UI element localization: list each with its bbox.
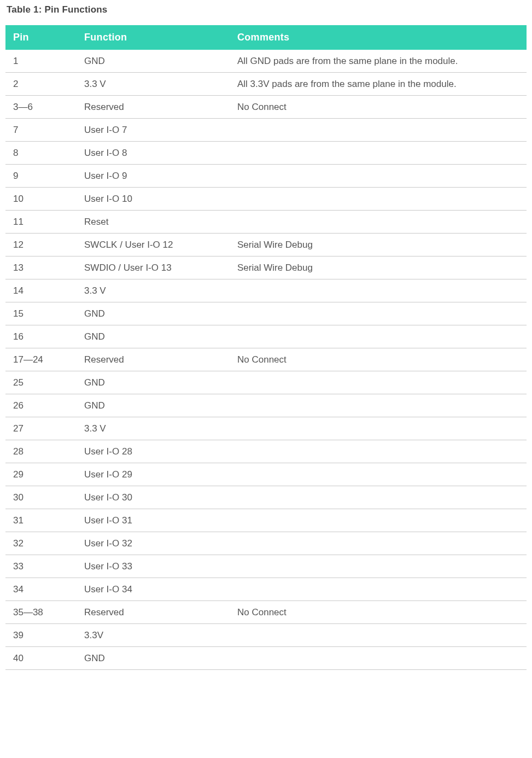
cell-pin: 15 [5,302,77,325]
cell-pin: 17—24 [5,348,77,371]
cell-pin: 12 [5,234,77,256]
cell-pin: 9 [5,165,77,188]
cell-pin: 14 [5,279,77,302]
cell-function: GND [77,394,230,417]
cell-function: User I-O 9 [77,165,230,188]
cell-pin: 32 [5,532,77,555]
table-row: 30User I-O 30 [5,486,527,509]
cell-comments [230,188,527,211]
cell-comments [230,325,527,348]
cell-pin: 7 [5,119,77,142]
cell-function: User I-O 31 [77,509,230,532]
cell-function: 3.3 V [77,417,230,440]
cell-comments [230,302,527,325]
cell-comments [230,119,527,142]
table-row: 15GND [5,302,527,325]
cell-pin: 34 [5,578,77,601]
cell-function: Reserved [77,348,230,371]
cell-function: GND [77,647,230,670]
cell-pin: 31 [5,509,77,532]
table-row: 26GND [5,394,527,417]
cell-comments [230,555,527,578]
cell-function: GND [77,302,230,325]
table-row: 17—24ReservedNo Connect [5,348,527,371]
cell-function: SWCLK / User I-O 12 [77,234,230,256]
table-row: 31User I-O 31 [5,509,527,532]
cell-pin: 10 [5,188,77,211]
cell-comments: All GND pads are from the same plane in … [230,50,527,73]
table-row: 32User I-O 32 [5,532,527,555]
cell-comments: No Connect [230,601,527,624]
table-row: 34User I-O 34 [5,578,527,601]
col-header-pin: Pin [5,25,77,50]
cell-comments [230,417,527,440]
cell-comments [230,371,527,394]
col-header-function: Function [77,25,230,50]
cell-function: User I-O 30 [77,486,230,509]
cell-function: 3.3 V [77,73,230,96]
cell-comments [230,440,527,463]
cell-pin: 33 [5,555,77,578]
table-row: 11Reset [5,211,527,234]
cell-function: User I-O 28 [77,440,230,463]
cell-pin: 40 [5,647,77,670]
cell-pin: 27 [5,417,77,440]
cell-comments: No Connect [230,96,527,119]
cell-pin: 13 [5,256,77,279]
cell-comments: Serial Wire Debug [230,256,527,279]
table-row: 273.3 V [5,417,527,440]
cell-comments [230,532,527,555]
cell-comments [230,211,527,234]
table-row: 25GND [5,371,527,394]
pin-functions-table: Pin Function Comments 1GNDAll GND pads a… [5,25,527,670]
table-row: 8User I-O 8 [5,142,527,165]
cell-pin: 16 [5,325,77,348]
table-row: 28User I-O 28 [5,440,527,463]
cell-function: GND [77,325,230,348]
cell-pin: 28 [5,440,77,463]
cell-pin: 11 [5,211,77,234]
cell-comments: No Connect [230,348,527,371]
cell-pin: 1 [5,50,77,73]
cell-pin: 3—6 [5,96,77,119]
cell-pin: 25 [5,371,77,394]
table-row: 16GND [5,325,527,348]
cell-function: User I-O 7 [77,119,230,142]
table-row: 3—6ReservedNo Connect [5,96,527,119]
table-row: 40GND [5,647,527,670]
table-row: 23.3 VAll 3.3V pads are from the same pl… [5,73,527,96]
col-header-comments: Comments [230,25,527,50]
cell-function: GND [77,371,230,394]
cell-function: 3.3V [77,624,230,647]
table-row: 10User I-O 10 [5,188,527,211]
cell-comments [230,486,527,509]
cell-comments [230,142,527,165]
table-caption: Table 1: Pin Functions [7,4,527,15]
table-row: 13SWDIO / User I-O 13Serial Wire Debug [5,256,527,279]
cell-function: User I-O 10 [77,188,230,211]
cell-pin: 29 [5,463,77,486]
cell-function: User I-O 32 [77,532,230,555]
cell-comments [230,279,527,302]
table-header-row: Pin Function Comments [5,25,527,50]
cell-function: User I-O 8 [77,142,230,165]
cell-pin: 2 [5,73,77,96]
cell-comments [230,578,527,601]
cell-comments [230,165,527,188]
cell-pin: 8 [5,142,77,165]
table-row: 7User I-O 7 [5,119,527,142]
cell-pin: 30 [5,486,77,509]
cell-pin: 39 [5,624,77,647]
cell-function: SWDIO / User I-O 13 [77,256,230,279]
table-row: 12SWCLK / User I-O 12Serial Wire Debug [5,234,527,256]
cell-comments [230,463,527,486]
cell-function: 3.3 V [77,279,230,302]
table-row: 143.3 V [5,279,527,302]
table-body: 1GNDAll GND pads are from the same plane… [5,50,527,670]
table-row: 33User I-O 33 [5,555,527,578]
cell-comments [230,509,527,532]
table-row: 1GNDAll GND pads are from the same plane… [5,50,527,73]
table-row: 9User I-O 9 [5,165,527,188]
cell-comments [230,647,527,670]
cell-function: GND [77,50,230,73]
